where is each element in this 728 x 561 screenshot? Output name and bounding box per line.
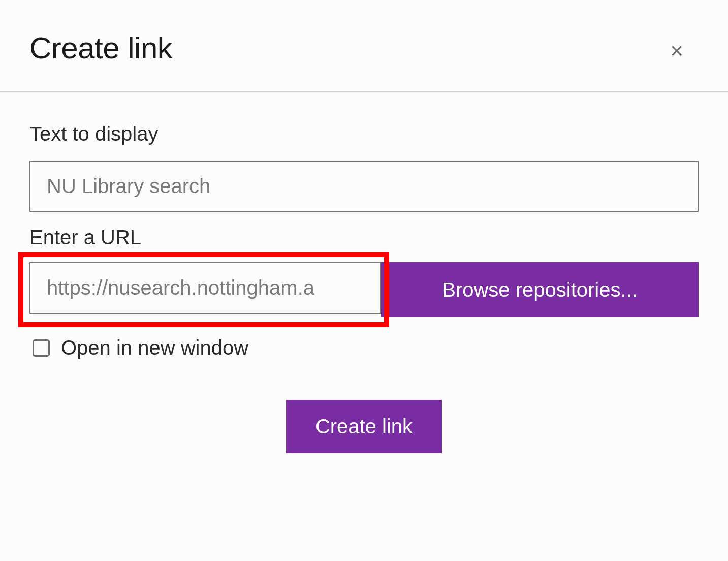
- open-new-window-row: Open in new window: [29, 336, 699, 359]
- dialog-title: Create link: [29, 30, 172, 66]
- close-button[interactable]: ×: [664, 36, 689, 66]
- create-link-dialog: Create link × Text to display Enter a UR…: [0, 0, 728, 474]
- url-row: Browse repositories...: [29, 262, 699, 317]
- browse-repositories-button[interactable]: Browse repositories...: [381, 262, 699, 317]
- text-to-display-input[interactable]: [29, 161, 699, 212]
- create-link-button[interactable]: Create link: [286, 400, 442, 453]
- open-new-window-label[interactable]: Open in new window: [61, 336, 248, 359]
- text-to-display-label: Text to display: [29, 122, 699, 145]
- dialog-header: Create link ×: [0, 0, 728, 92]
- close-icon: ×: [670, 38, 683, 63]
- dialog-footer: Create link: [29, 400, 699, 453]
- url-label: Enter a URL: [29, 226, 699, 249]
- dialog-body: Text to display Enter a URL Browse repos…: [0, 92, 728, 474]
- open-new-window-checkbox[interactable]: [33, 339, 50, 357]
- url-input-wrapper: [29, 262, 381, 317]
- url-input[interactable]: [29, 262, 381, 314]
